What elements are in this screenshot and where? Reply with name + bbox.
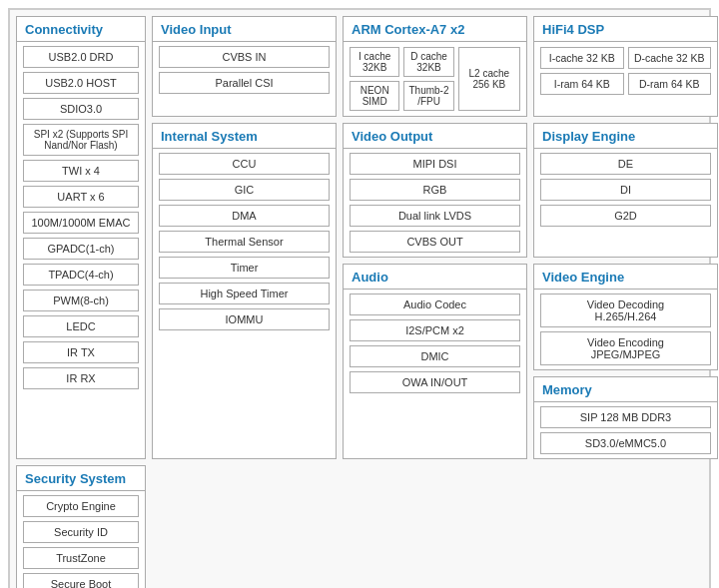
connectivity-items: USB2.0 DRD USB2.0 HOST SDIO3.0 SPI x2 (S… — [17, 42, 145, 458]
list-item: CVBS IN — [159, 46, 330, 68]
cortex-dcache: D cache32KB — [403, 47, 453, 77]
list-item: CVBS OUT — [350, 231, 520, 253]
hifi4-title: HiFi4 DSP — [534, 17, 717, 42]
video-output-items: MIPI DSI RGB Dual link LVDS CVBS OUT — [344, 149, 526, 257]
list-item: Security ID — [23, 521, 139, 543]
list-item: PWM(8-ch) — [23, 290, 139, 311]
list-item: SPI x2 (Supports SPI Nand/Nor Flash) — [23, 124, 139, 156]
list-item: SDIO3.0 — [23, 98, 139, 120]
display-engine-block: Display Engine DE DI G2D — [533, 123, 718, 258]
list-item: USB2.0 DRD — [23, 46, 139, 68]
list-item: RGB — [350, 179, 520, 201]
list-item: OWA IN/OUT — [350, 371, 520, 393]
list-item: High Speed Timer — [159, 283, 330, 304]
internal-system-title: Internal System — [153, 124, 336, 149]
list-item: IR RX — [23, 367, 139, 389]
hifi4-inner: I-cache 32 KB D-cache 32 KB I-ram 64 KB … — [534, 42, 717, 100]
list-item: TPADC(4-ch) — [23, 264, 139, 286]
list-item: TrustZone — [23, 547, 139, 569]
list-item: UART x 6 — [23, 186, 139, 208]
video-output-block: Video Output MIPI DSI RGB Dual link LVDS… — [343, 123, 527, 258]
internal-system-items: CCU GIC DMA Thermal Sensor Timer High Sp… — [153, 149, 336, 458]
list-item: Video Decoding H.265/H.264 — [540, 294, 711, 327]
display-engine-items: DE DI G2D — [534, 149, 717, 257]
list-item: SIP 128 MB DDR3 — [540, 406, 711, 428]
security-system-block: Security System Crypto Engine Security I… — [16, 465, 146, 588]
list-item: USB2.0 HOST — [23, 72, 139, 94]
list-item: Video Encoding JPEG/MJPEG — [540, 331, 711, 365]
video-engine-block: Video Engine Video Decoding H.265/H.264 … — [533, 264, 718, 370]
list-item: TWI x 4 — [23, 160, 139, 182]
list-item: Audio Codec — [350, 294, 520, 315]
list-item: IR TX — [23, 341, 139, 363]
cortex-neon: NEONSIMD — [350, 81, 399, 111]
audio-block: Audio Audio Codec I2S/PCM x2 DMIC OWA IN… — [343, 264, 527, 459]
list-item: Thermal Sensor — [159, 231, 330, 253]
cortex-l2: L2 cache256 KB — [458, 47, 520, 111]
cortex-icache: I cache32KB — [350, 47, 399, 77]
list-item: DE — [540, 153, 711, 175]
list-item: SD3.0/eMMC5.0 — [540, 432, 711, 454]
cortex-row1: I cache32KB D cache32KB NEONSIMD Thumb-2… — [350, 47, 520, 111]
list-item: DMA — [159, 205, 330, 227]
list-item: 100M/1000M EMAC — [23, 212, 139, 234]
video-output-title: Video Output — [344, 124, 526, 149]
list-item: I-cache 32 KB — [540, 47, 624, 69]
list-item: DMIC — [350, 345, 520, 367]
memory-items: SIP 128 MB DDR3 SD3.0/eMMC5.0 — [534, 402, 717, 458]
hifi-row2: I-ram 64 KB D-ram 64 KB — [540, 73, 711, 95]
list-item: GIC — [159, 179, 330, 201]
security-system-items: Crypto Engine Security ID TrustZone Secu… — [17, 491, 145, 588]
arm-cortex-title: ARM Cortex-A7 x2 — [344, 17, 526, 42]
arm-cortex-inner: I cache32KB D cache32KB NEONSIMD Thumb-2… — [344, 42, 526, 116]
audio-items: Audio Codec I2S/PCM x2 DMIC OWA IN/OUT — [344, 290, 526, 458]
list-item: Parallel CSI — [159, 72, 330, 94]
list-item: G2D — [540, 205, 711, 227]
memory-block: Memory SIP 128 MB DDR3 SD3.0/eMMC5.0 — [533, 376, 718, 459]
list-item: DI — [540, 179, 711, 201]
video-input-block: Video Input CVBS IN Parallel CSI — [152, 16, 337, 117]
audio-title: Audio — [344, 265, 526, 290]
internal-system-block: Internal System CCU GIC DMA Thermal Sens… — [152, 123, 337, 459]
list-item: IOMMU — [159, 308, 330, 330]
connectivity-title: Connectivity — [17, 17, 145, 42]
list-item: Dual link LVDS — [350, 205, 520, 227]
list-item: LEDC — [23, 315, 139, 337]
hifi4-block: HiFi4 DSP I-cache 32 KB D-cache 32 KB I-… — [533, 16, 718, 117]
memory-title: Memory — [534, 377, 717, 402]
video-input-items: CVBS IN Parallel CSI — [153, 42, 336, 116]
list-item: D-ram 64 KB — [628, 73, 712, 95]
list-item: MIPI DSI — [350, 153, 520, 175]
list-item: Secure Boot — [23, 573, 139, 588]
display-engine-title: Display Engine — [534, 124, 717, 149]
cortex-thumb: Thumb-2/FPU — [403, 81, 453, 111]
list-item: I2S/PCM x2 — [350, 319, 520, 341]
video-engine-title: Video Engine — [534, 265, 717, 290]
video-input-title: Video Input — [153, 17, 336, 42]
chip-diagram: Video Input CVBS IN Parallel CSI ARM Cor… — [8, 8, 711, 588]
hifi-row1: I-cache 32 KB D-cache 32 KB — [540, 47, 711, 69]
arm-cortex-block: ARM Cortex-A7 x2 I cache32KB D cache32KB… — [343, 16, 527, 117]
security-system-title: Security System — [17, 466, 145, 491]
list-item: Timer — [159, 257, 330, 279]
list-item: CCU — [159, 153, 330, 175]
list-item: D-cache 32 KB — [628, 47, 712, 69]
col2-row3: Video Engine Video Decoding H.265/H.264 … — [533, 264, 718, 459]
connectivity-block: Connectivity USB2.0 DRD USB2.0 HOST SDIO… — [16, 16, 146, 459]
list-item: Crypto Engine — [23, 495, 139, 517]
list-item: GPADC(1-ch) — [23, 238, 139, 260]
video-engine-items: Video Decoding H.265/H.264 Video Encodin… — [534, 290, 717, 369]
list-item: I-ram 64 KB — [540, 73, 624, 95]
